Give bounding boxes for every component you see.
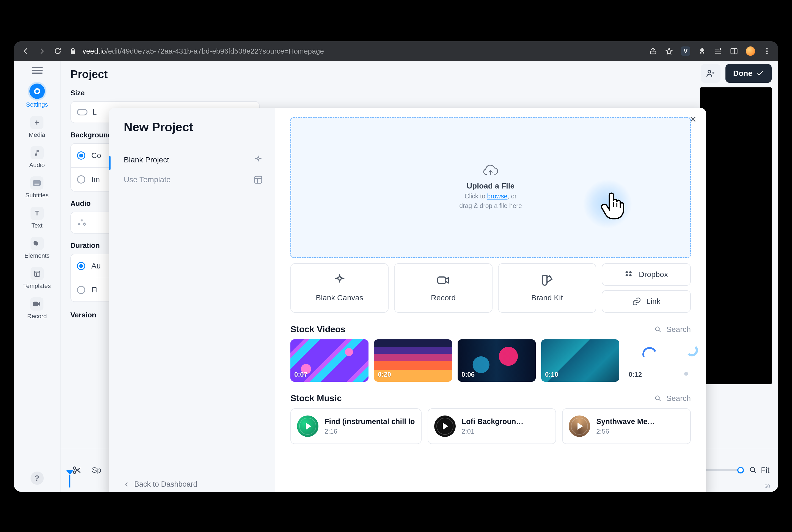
card-label: Brand Kit	[531, 293, 563, 302]
play-button[interactable]	[297, 416, 318, 437]
svg-point-16	[656, 396, 660, 400]
search-music[interactable]: Search	[654, 394, 691, 403]
browser-window: veed.io/edit/49d0e7a5-72aa-431b-a7bd-eb9…	[14, 41, 778, 492]
svg-rect-14	[438, 277, 445, 284]
sparkle-icon	[333, 274, 346, 287]
stock-video-card[interactable]: 0:07	[290, 339, 368, 382]
upload-dropzone[interactable]: Upload a File Click to browse, or drag &…	[290, 117, 691, 258]
duration-label: 0:12	[629, 371, 642, 378]
chevron-left-icon	[124, 481, 130, 488]
music-duration: 2:16	[325, 428, 415, 435]
forward-button[interactable]	[37, 46, 47, 56]
modal-title: New Project	[124, 120, 263, 134]
cursor-hand-icon	[600, 190, 627, 221]
lock-icon	[69, 47, 77, 55]
modal-sidebar: New Project Blank Project Use Template B…	[109, 108, 275, 492]
svg-point-15	[656, 327, 660, 330]
music-duration: 2:56	[596, 428, 655, 435]
option-use-template[interactable]: Use Template	[124, 170, 263, 190]
address-bar[interactable]: veed.io/edit/49d0e7a5-72aa-431b-a7bd-eb9…	[69, 47, 643, 56]
search-icon	[654, 326, 662, 333]
duration-label: 0:07	[294, 371, 308, 378]
sparkle-icon	[254, 155, 263, 165]
music-title: Lofi Backgroun…	[462, 417, 523, 426]
search-label: Search	[666, 394, 691, 403]
duration-label: 0:20	[378, 371, 391, 378]
card-link[interactable]: Link	[602, 290, 691, 313]
kebab-icon[interactable]	[763, 47, 771, 55]
stock-music-card[interactable]: Find (instrumental chill lo 2:16	[290, 408, 422, 444]
dropzone-title: Upload a File	[467, 182, 515, 190]
svg-point-2	[767, 48, 768, 50]
option-label: Use Template	[124, 175, 171, 184]
page-url: veed.io/edit/49d0e7a5-72aa-431b-a7bd-eb9…	[82, 47, 324, 56]
stock-video-card[interactable]: 0:06	[458, 339, 536, 382]
svg-point-3	[767, 51, 768, 52]
play-button[interactable]	[569, 416, 590, 437]
camera-icon	[437, 274, 450, 287]
svg-rect-13	[255, 176, 262, 183]
toolbar-right: V	[649, 46, 771, 56]
card-blank-canvas[interactable]: Blank Canvas	[290, 263, 389, 313]
new-project-modal: New Project Blank Project Use Template B…	[109, 108, 706, 492]
browser-toolbar: veed.io/edit/49d0e7a5-72aa-431b-a7bd-eb9…	[14, 41, 778, 61]
stock-music-card[interactable]: Synthwave Me… 2:56	[562, 408, 691, 444]
card-label: Record	[431, 293, 456, 302]
layout-icon	[254, 175, 263, 184]
reading-list-icon[interactable]	[714, 47, 722, 55]
card-label: Link	[646, 297, 660, 306]
panel-icon[interactable]	[730, 47, 738, 55]
option-blank-project[interactable]: Blank Project	[124, 150, 263, 170]
card-record[interactable]: Record	[394, 263, 492, 313]
stock-video-row: 0:07 0:20 0:06 0:10 0:12	[290, 339, 691, 382]
stock-music-card[interactable]: Lofi Backgroun… 2:01	[428, 408, 556, 444]
svg-rect-1	[731, 49, 737, 54]
section-stock-music: Stock Music	[290, 393, 342, 403]
veed-extension-icon[interactable]: V	[681, 46, 690, 56]
card-label: Dropbox	[639, 270, 668, 279]
duration-label: 0:06	[461, 371, 475, 378]
dropbox-icon	[625, 270, 634, 279]
option-label: Blank Project	[124, 155, 169, 164]
back-label: Back to Dashboard	[134, 480, 198, 489]
card-dropbox[interactable]: Dropbox	[602, 263, 691, 286]
music-duration: 2:01	[462, 428, 523, 435]
link-icon	[632, 297, 641, 306]
star-icon[interactable]	[665, 47, 673, 55]
swatch-icon	[540, 274, 554, 287]
back-button[interactable]	[21, 46, 31, 56]
app-root: Done Settings Media Audio	[14, 61, 778, 492]
reload-button[interactable]	[53, 46, 63, 56]
card-label: Blank Canvas	[316, 293, 363, 302]
play-button[interactable]	[434, 416, 456, 437]
card-brand-kit[interactable]: Brand Kit	[498, 263, 596, 313]
extensions-icon[interactable]	[698, 47, 706, 55]
section-stock-videos: Stock Videos	[290, 324, 345, 335]
stock-video-card[interactable]: 0:12	[625, 339, 703, 382]
dropzone-sub1: Click to browse, or	[464, 193, 516, 200]
stock-video-card[interactable]: 0:10	[541, 339, 619, 382]
cloud-upload-icon	[483, 165, 498, 177]
music-title: Synthwave Me…	[596, 417, 655, 426]
search-label: Search	[666, 325, 691, 334]
duration-label: 0:10	[545, 371, 558, 378]
modal-main: Upload a File Click to browse, or drag &…	[275, 108, 706, 492]
dropzone-sub2: drag & drop a file here	[459, 202, 522, 210]
back-to-dashboard[interactable]: Back to Dashboard	[124, 475, 263, 490]
stock-video-card[interactable]: 0:20	[374, 339, 452, 382]
active-indicator	[109, 156, 111, 170]
stock-music-row: Find (instrumental chill lo 2:16 Lofi Ba…	[290, 408, 691, 444]
search-videos[interactable]: Search	[654, 325, 691, 334]
search-icon	[654, 395, 662, 402]
profile-avatar[interactable]	[746, 46, 755, 56]
svg-point-4	[767, 53, 768, 54]
music-title: Find (instrumental chill lo	[325, 417, 415, 426]
share-icon[interactable]	[649, 47, 657, 55]
browse-link[interactable]: browse	[487, 193, 508, 200]
modal-overlay: New Project Blank Project Use Template B…	[14, 61, 778, 492]
